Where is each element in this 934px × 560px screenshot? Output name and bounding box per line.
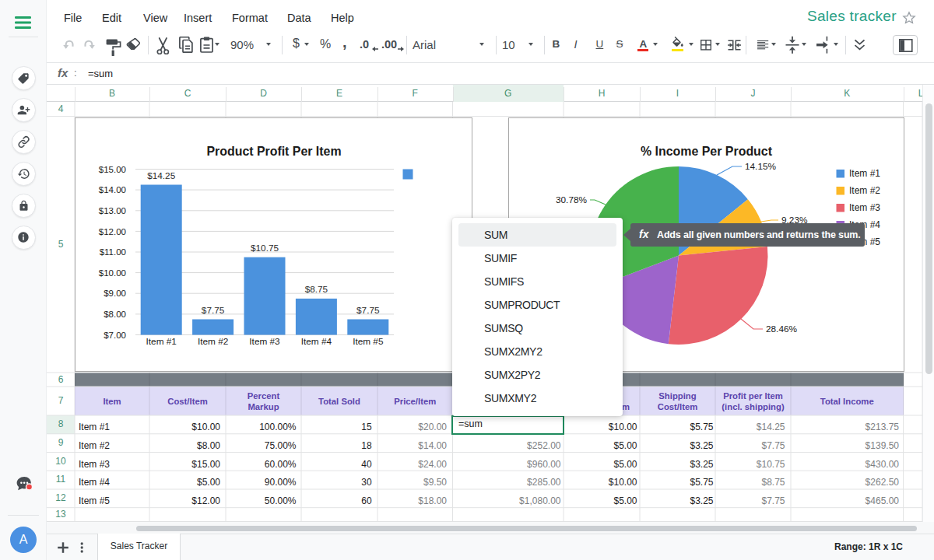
svg-text:Item #1: Item #1	[849, 168, 880, 179]
svg-text:$12.00: $12.00	[99, 227, 126, 236]
svg-text:$7.00: $7.00	[104, 331, 126, 340]
svg-text:$10.75: $10.75	[251, 243, 279, 254]
svg-text:Item #3: Item #3	[849, 202, 880, 213]
svg-text:$15.00: $15.00	[99, 165, 126, 174]
svg-text:Item #4: Item #4	[301, 336, 332, 347]
svg-text:Item #3: Item #3	[249, 336, 280, 347]
svg-text:14.15%: 14.15%	[745, 161, 777, 172]
svg-text:Product Profit Per Item: Product Profit Per Item	[207, 144, 342, 159]
svg-text:28.46%: 28.46%	[766, 324, 798, 334]
svg-text:$14.25: $14.25	[147, 170, 176, 181]
svg-text:Item #5: Item #5	[353, 336, 384, 347]
svg-text:$11.00: $11.00	[100, 247, 126, 257]
svg-text:Item #1: Item #1	[146, 336, 177, 347]
svg-text:$9.00: $9.00	[104, 289, 126, 298]
svg-text:$8.00: $8.00	[104, 310, 126, 319]
svg-text:Item #2: Item #2	[198, 336, 228, 347]
svg-text:$7.75: $7.75	[202, 305, 225, 316]
svg-text:% Income Per Product: % Income Per Product	[641, 144, 772, 159]
svg-text:$13.00: $13.00	[99, 206, 126, 215]
svg-text:30.78%: 30.78%	[556, 194, 588, 205]
svg-text:$8.75: $8.75	[305, 284, 328, 295]
svg-text:$7.75: $7.75	[356, 305, 380, 316]
svg-text:$14.00: $14.00	[99, 185, 126, 194]
svg-text:Item #2: Item #2	[849, 185, 880, 196]
svg-text:$10.00: $10.00	[99, 268, 126, 278]
